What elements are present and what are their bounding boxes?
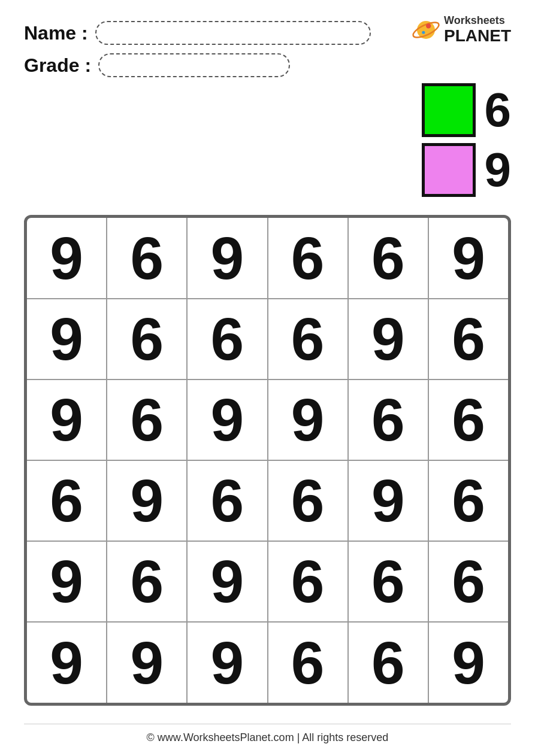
grid-cell: 9 — [348, 460, 428, 541]
planet-icon — [411, 15, 441, 45]
grid-cell: 6 — [107, 541, 187, 622]
grid-cell: 9 — [187, 622, 267, 703]
grade-label: Grade : — [24, 54, 91, 77]
logo-worksheets-text: Worksheets — [444, 15, 511, 27]
grid-row: 969666 — [27, 541, 508, 622]
grid-cell: 6 — [348, 379, 428, 460]
grid-cell: 9 — [268, 379, 348, 460]
svg-point-3 — [422, 31, 425, 34]
logo-inner: Worksheets PLANET — [411, 15, 511, 45]
grid-container: 969669966696969966696696969666999669 — [24, 215, 511, 712]
legend-area: 6 9 — [24, 83, 511, 197]
legend-box-pink — [422, 143, 476, 197]
grade-input[interactable] — [98, 53, 290, 77]
grid-cell: 6 — [107, 218, 187, 299]
grid-cell: 6 — [268, 299, 348, 379]
page: Name : Grade : Worksheets PLAN — [0, 0, 535, 756]
footer-text: © www.WorksheetsPlanet.com | All rights … — [147, 731, 389, 743]
form-fields: Name : Grade : — [24, 21, 371, 77]
grid-cell: 9 — [428, 218, 508, 299]
svg-point-0 — [417, 21, 435, 39]
name-label: Name : — [24, 22, 88, 44]
grid-cell: 9 — [107, 460, 187, 541]
grid-cell: 6 — [348, 541, 428, 622]
logo-text: Worksheets PLANET — [444, 15, 511, 45]
grid-cell: 6 — [268, 460, 348, 541]
grid-cell: 6 — [187, 299, 267, 379]
grid-cell: 6 — [268, 622, 348, 703]
grid-row: 696696 — [27, 460, 508, 541]
name-input[interactable] — [95, 21, 371, 45]
grid-cell: 6 — [268, 218, 348, 299]
grid-cell: 6 — [428, 460, 508, 541]
logo: Worksheets PLANET — [411, 15, 511, 45]
grid-row: 969966 — [27, 379, 508, 460]
logo-planet-text: PLANET — [444, 27, 511, 45]
grid-cell: 9 — [187, 379, 267, 460]
legend-box-green — [422, 83, 476, 137]
grid-cell: 9 — [27, 622, 107, 703]
grid-row: 969669 — [27, 218, 508, 299]
grid-cell: 6 — [348, 218, 428, 299]
grid-cell: 9 — [107, 622, 187, 703]
legend-item-6: 6 — [422, 83, 512, 137]
grid-cell: 9 — [187, 218, 267, 299]
number-grid: 969669966696969966696696969666999669 — [24, 215, 511, 706]
legend-item-9: 9 — [422, 143, 512, 197]
grid-cell: 6 — [428, 379, 508, 460]
grid-cell: 6 — [187, 460, 267, 541]
grid-cell: 6 — [107, 299, 187, 379]
name-row: Name : — [24, 21, 371, 45]
grid-cell: 9 — [27, 379, 107, 460]
grid-cell: 6 — [348, 622, 428, 703]
grid-cell: 9 — [27, 218, 107, 299]
grid-row: 966696 — [27, 299, 508, 379]
header: Name : Grade : Worksheets PLAN — [24, 18, 511, 77]
grid-cell: 6 — [107, 379, 187, 460]
grid-cell: 6 — [27, 460, 107, 541]
legend-number-9: 9 — [485, 146, 512, 194]
footer: © www.WorksheetsPlanet.com | All rights … — [24, 724, 511, 744]
legend-number-6: 6 — [485, 86, 512, 134]
grid-row: 999669 — [27, 622, 508, 703]
grid-cell: 9 — [428, 622, 508, 703]
svg-point-2 — [426, 23, 431, 28]
grid-cell: 6 — [268, 541, 348, 622]
grid-cell: 9 — [27, 541, 107, 622]
grid-cell: 9 — [187, 541, 267, 622]
grid-cell: 6 — [428, 299, 508, 379]
grid-cell: 9 — [348, 299, 428, 379]
grid-cell: 6 — [428, 541, 508, 622]
grid-cell: 9 — [27, 299, 107, 379]
grade-row: Grade : — [24, 53, 371, 77]
